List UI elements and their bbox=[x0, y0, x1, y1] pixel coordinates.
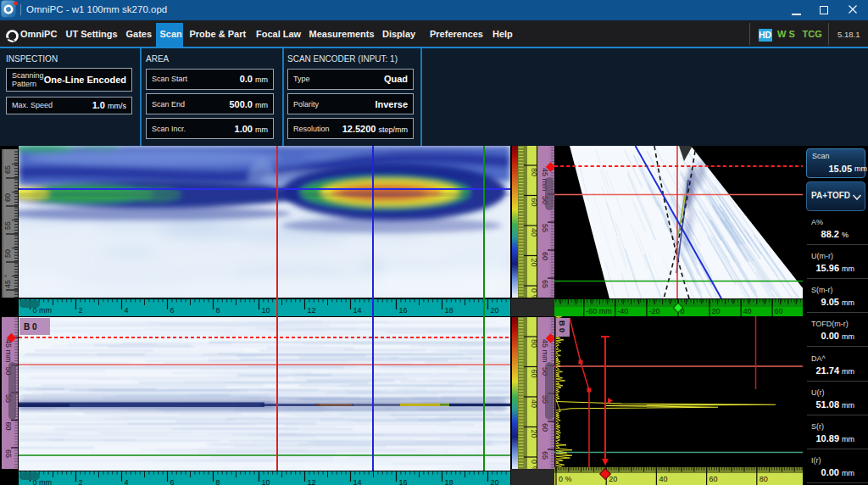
svg-text:6: 6 bbox=[170, 478, 175, 485]
svg-text:20: 20 bbox=[491, 306, 499, 315]
svg-text:40: 40 bbox=[530, 399, 537, 408]
svg-text:20: 20 bbox=[530, 430, 537, 438]
svg-text:20: 20 bbox=[609, 475, 617, 483]
svg-text:60: 60 bbox=[541, 252, 549, 260]
svg-text:40: 40 bbox=[743, 307, 752, 315]
svg-text:B 0: B 0 bbox=[24, 322, 37, 332]
svg-text:10: 10 bbox=[262, 306, 270, 315]
svg-text:8: 8 bbox=[216, 306, 220, 315]
svg-text:6: 6 bbox=[170, 306, 175, 315]
svg-text:18: 18 bbox=[445, 478, 453, 485]
svg-text:14: 14 bbox=[353, 306, 362, 315]
svg-text:-20: -20 bbox=[648, 307, 659, 315]
svg-text:65: 65 bbox=[541, 280, 549, 288]
svg-text:B 0: B 0 bbox=[558, 321, 566, 332]
svg-text:65: 65 bbox=[4, 449, 13, 458]
svg-text:45 °: 45 ° bbox=[3, 275, 12, 289]
svg-text:40: 40 bbox=[530, 228, 537, 237]
svg-text:16: 16 bbox=[399, 478, 408, 485]
svg-text:2: 2 bbox=[79, 478, 83, 485]
svg-text:18: 18 bbox=[445, 306, 453, 315]
svg-text:14: 14 bbox=[353, 478, 362, 485]
svg-text:8: 8 bbox=[216, 478, 220, 485]
svg-text:55: 55 bbox=[3, 221, 12, 230]
svg-text:2: 2 bbox=[79, 306, 83, 315]
svg-text:12: 12 bbox=[308, 306, 316, 315]
svg-text:40: 40 bbox=[659, 475, 667, 483]
svg-text:45 mm: 45 mm bbox=[541, 339, 549, 363]
svg-text:80: 80 bbox=[530, 168, 537, 176]
svg-text:4: 4 bbox=[125, 478, 129, 485]
svg-text:60: 60 bbox=[530, 370, 537, 378]
svg-text:50: 50 bbox=[3, 249, 12, 258]
svg-text:20: 20 bbox=[712, 307, 721, 315]
svg-text:-40: -40 bbox=[617, 307, 628, 315]
svg-text:-60 mm: -60 mm bbox=[586, 307, 612, 315]
svg-text:20: 20 bbox=[491, 478, 499, 485]
svg-text:65: 65 bbox=[541, 451, 549, 460]
svg-text:80: 80 bbox=[530, 339, 537, 348]
svg-text:60: 60 bbox=[775, 307, 783, 315]
svg-text:65: 65 bbox=[3, 165, 12, 174]
svg-text:0 %: 0 % bbox=[530, 288, 537, 298]
svg-text:60: 60 bbox=[709, 475, 718, 483]
svg-text:16: 16 bbox=[399, 306, 408, 315]
svg-text:60: 60 bbox=[4, 422, 13, 431]
svg-text:60: 60 bbox=[530, 198, 537, 207]
svg-text:10: 10 bbox=[262, 478, 270, 485]
svg-text:60: 60 bbox=[541, 423, 549, 432]
svg-text:20: 20 bbox=[530, 259, 537, 267]
svg-text:0 %: 0 % bbox=[530, 460, 537, 469]
svg-text:55: 55 bbox=[541, 224, 549, 232]
svg-text:12: 12 bbox=[308, 478, 316, 485]
svg-text:0 %: 0 % bbox=[559, 475, 572, 483]
svg-text:60: 60 bbox=[3, 193, 12, 202]
svg-text:4: 4 bbox=[125, 306, 129, 315]
svg-text:80: 80 bbox=[760, 475, 768, 483]
